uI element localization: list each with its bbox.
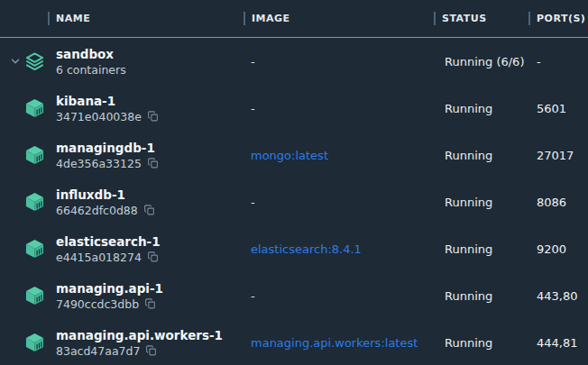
column-header-label: IMAGE — [252, 13, 290, 24]
copy-icon[interactable] — [147, 111, 159, 123]
status-cell: Running — [434, 196, 528, 209]
container-id: 66462dfc0d88 — [56, 204, 138, 217]
ports-cell: 444,81 — [528, 336, 588, 350]
ports-cell: 8086 — [528, 196, 588, 209]
container-name: influxdb-1 — [56, 187, 155, 202]
image-cell: - — [243, 196, 434, 209]
column-header-label: NAME — [56, 13, 90, 24]
copy-icon[interactable] — [144, 298, 156, 310]
image-cell: - — [243, 102, 434, 115]
container-name: kibana-1 — [56, 94, 159, 108]
container-name: managing.api-1 — [56, 281, 163, 296]
column-separator — [434, 12, 436, 25]
container-name: managingdb-1 — [56, 141, 159, 155]
compose-stack-icon — [24, 51, 45, 72]
name-cell: managing.api.workers-1 83acd47aa7d7 — [0, 319, 243, 365]
ports-cell: 443,80 — [528, 289, 588, 303]
container-cube-icon — [24, 98, 45, 119]
container-cube-icon — [24, 239, 45, 260]
table-row[interactable]: managing.api-1 7490ccdc3dbb - Running 44… — [0, 272, 588, 319]
containers-table: NAME IMAGE STATUS PORT(S) sandbox 6 cont… — [0, 0, 588, 365]
image-link[interactable]: elasticsearch:8.4.1 — [243, 242, 434, 256]
table-row[interactable]: managing.api.workers-1 83acd47aa7d7 mana… — [0, 319, 588, 365]
copy-icon[interactable] — [145, 345, 157, 357]
name-cell: managingdb-1 4de356a33125 — [0, 132, 243, 178]
container-name: elasticsearch-1 — [56, 234, 161, 249]
column-header-label: PORT(S) — [537, 13, 585, 24]
status-cell: Running — [434, 149, 528, 162]
table-header: NAME IMAGE STATUS PORT(S) — [0, 0, 588, 38]
container-name: sandbox — [56, 47, 126, 61]
copy-icon[interactable] — [147, 251, 159, 263]
column-header-image: IMAGE — [243, 12, 434, 26]
status-cell: Running — [434, 242, 528, 256]
column-header-ports: PORT(S) — [528, 12, 588, 26]
ports-cell: - — [528, 55, 588, 68]
table-row[interactable]: elasticsearch-1 e4415a018274 elasticsear… — [0, 225, 588, 272]
ports-cell: 27017 — [528, 149, 588, 162]
name-cell: kibana-1 3471e040038e — [0, 85, 243, 132]
name-cell: elasticsearch-1 e4415a018274 — [0, 225, 243, 272]
ports-cell: 5601 — [528, 102, 588, 115]
image-cell: - — [243, 55, 434, 68]
container-cube-icon — [24, 192, 45, 213]
container-id: 4de356a33125 — [56, 157, 142, 170]
status-cell: Running — [434, 336, 528, 350]
container-id: e4415a018274 — [56, 251, 142, 264]
container-name: managing.api.workers-1 — [56, 328, 223, 342]
name-cell: sandbox 6 containers — [0, 38, 243, 85]
table-row[interactable]: managingdb-1 4de356a33125 mongo:latest R… — [0, 132, 588, 178]
container-count: 6 containers — [56, 63, 126, 77]
container-id: 83acd47aa7d7 — [56, 344, 140, 358]
copy-icon[interactable] — [147, 158, 159, 169]
status-cell: Running (6/6) — [434, 55, 528, 68]
name-cell: influxdb-1 66462dfc0d88 — [0, 178, 243, 225]
image-link[interactable]: managing.api.workers:latest — [243, 336, 434, 350]
container-cube-icon — [24, 286, 45, 306]
table-row[interactable]: sandbox 6 containers - Running (6/6) - — [0, 38, 588, 85]
column-separator — [528, 12, 530, 25]
container-id: 7490ccdc3dbb — [56, 297, 139, 311]
column-header-status: STATUS — [434, 12, 528, 26]
container-id: 3471e040038e — [56, 110, 142, 123]
image-link[interactable]: mongo:latest — [243, 149, 434, 162]
column-header-label: STATUS — [442, 13, 487, 24]
image-cell: - — [243, 289, 434, 303]
column-separator — [48, 12, 50, 25]
column-separator — [243, 12, 245, 25]
chevron-down-icon[interactable] — [9, 55, 22, 68]
status-cell: Running — [434, 102, 528, 115]
column-header-name: NAME — [0, 12, 243, 26]
name-cell: managing.api-1 7490ccdc3dbb — [0, 272, 243, 319]
status-cell: Running — [434, 289, 528, 303]
container-cube-icon — [24, 333, 45, 353]
ports-cell: 9200 — [528, 242, 588, 256]
container-cube-icon — [24, 145, 45, 166]
table-row[interactable]: kibana-1 3471e040038e - Running 5601 — [0, 85, 588, 132]
table-row[interactable]: influxdb-1 66462dfc0d88 - Running 8086 — [0, 178, 588, 225]
copy-icon[interactable] — [143, 205, 155, 216]
